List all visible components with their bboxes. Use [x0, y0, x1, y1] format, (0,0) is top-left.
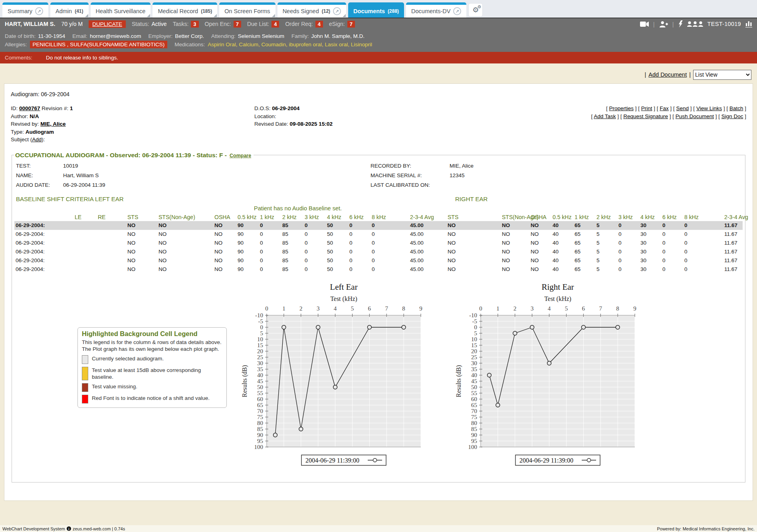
popup-window-icon[interactable]: ↗ [333, 7, 341, 15]
info-label: Employer: [148, 33, 172, 39]
data-cell: 0 [348, 265, 371, 274]
legend-item: Currently selected audiogram. [82, 355, 222, 364]
add-task-link[interactable]: Add Task [594, 113, 616, 119]
flowsheet-chart-icon[interactable] [745, 21, 752, 28]
info-icon[interactable]: i [67, 526, 71, 531]
count-badge[interactable]: 7 [347, 21, 355, 28]
document-id-link[interactable]: 0000767 [19, 105, 40, 111]
tab-documents[interactable]: Documents(288) [348, 2, 404, 18]
cell-legend-title: Highlighted Background Cell Legend [82, 330, 222, 338]
duplicate-badge[interactable]: DUPLICATE [89, 20, 126, 28]
tab-summary[interactable]: Summary↗ [2, 2, 48, 18]
patient-group-icon[interactable] [687, 21, 703, 27]
data-cell: NO [126, 256, 157, 265]
data-cell: 0 [303, 239, 326, 247]
popup-window-icon[interactable]: ↗ [35, 7, 43, 15]
count-badge[interactable]: 4 [315, 21, 323, 28]
svg-text:30: 30 [257, 360, 263, 366]
data-cell: NO [529, 230, 551, 239]
footer: WebChart Development System i zeus.med-w… [0, 525, 757, 532]
tab-label: Health Surveillance [96, 8, 146, 14]
row-date-cell: 06-29-2004: [14, 247, 73, 256]
send-link[interactable]: Send [676, 105, 689, 111]
data-cell: 0 [348, 221, 371, 230]
footer-system-name: WebChart Development System [2, 526, 65, 531]
data-cell: NO [529, 221, 551, 230]
data-cell: 0 [303, 230, 326, 239]
tab-needs-signed[interactable]: Needs Signed(12)↗ [277, 2, 346, 18]
row-date-cell: 06-29-2004: [14, 221, 73, 230]
data-cell: 0 [303, 265, 326, 274]
data-cell: 85 [281, 265, 303, 274]
info-label: Date of birth: [5, 33, 36, 39]
data-cell: NO [501, 247, 529, 256]
svg-text:5: 5 [474, 330, 478, 336]
data-cell: 30 [639, 265, 661, 274]
tab-documents-dv[interactable]: Documents-DV↗ [406, 2, 466, 18]
svg-text:2: 2 [299, 305, 303, 312]
tab-health-surveillance[interactable]: Health Surveillance [91, 2, 151, 18]
data-cell: 0 [259, 221, 281, 230]
tab-on-screen-forms[interactable]: On Screen Forms [219, 2, 275, 18]
audiogram-info-grid: TEST:10019RECORDED BY:MIE, AliceNAME:Har… [14, 160, 743, 190]
table-row: 06-29-2004:NONONO900850500045.00NONONO40… [14, 230, 743, 239]
column-header: OSHA [529, 213, 551, 221]
patient-field-tasks: Tasks:3 [173, 21, 199, 28]
revised-by-link[interactable]: MIE, Alice [40, 121, 65, 127]
count-badge[interactable]: 4 [271, 21, 279, 28]
medications-list: Aspirin Oral, Calcium, Coumadin, ibuprof… [208, 42, 372, 47]
data-cell [97, 239, 126, 247]
field-label: Order Req: [285, 21, 313, 27]
legend-item-text: Currently selected audiogram. [92, 355, 164, 364]
svg-text:-10: -10 [469, 312, 477, 318]
video-camera-icon[interactable] [640, 21, 649, 27]
print-link[interactable]: Print [641, 105, 652, 111]
data-cell: NO [213, 247, 236, 256]
audio-info-value: MIE, Alice [450, 161, 743, 171]
settings-tab[interactable]: ⚙⚙ [468, 3, 483, 17]
data-cell: 0 [661, 256, 683, 265]
data-cell: 0 [661, 247, 683, 256]
left-ear-heading: BASELINE SHIFT CRITERIA LEFT EAR [16, 196, 124, 202]
data-cell: 0 [348, 256, 371, 265]
data-cell: NO [501, 256, 529, 265]
fax-link[interactable]: Fax [660, 105, 669, 111]
data-cell: 65 [573, 247, 595, 256]
svg-text:95: 95 [471, 438, 477, 444]
svg-text:70: 70 [257, 408, 263, 414]
audio-info-value: 12345 [450, 171, 743, 180]
subject-add-link[interactable]: Add [32, 136, 42, 142]
legend-item-text: Test value at least 15dB above correspon… [92, 367, 222, 380]
svg-text:9: 9 [419, 305, 422, 312]
data-cell: 85 [281, 256, 303, 265]
tab-medical-record[interactable]: Medical Record(185) [153, 2, 217, 18]
sign-doc-link[interactable]: Sign Doc [721, 113, 743, 119]
view-mode-select[interactable]: List View [693, 70, 751, 80]
data-cell: NO [213, 230, 236, 239]
add-document-link[interactable]: Add Document [648, 71, 687, 78]
patient-info-band: Date of birth:11-30-1954Email:horner@mie… [0, 30, 757, 52]
svg-text:-5: -5 [472, 318, 478, 324]
push-document-link[interactable]: Push Document [676, 113, 714, 119]
column-header: 4 kHz [639, 213, 661, 221]
batch-link[interactable]: Batch [729, 105, 743, 111]
count-badge[interactable]: 3 [191, 21, 198, 28]
count-badge[interactable]: 7 [234, 21, 241, 28]
author-value: N/A [30, 113, 39, 119]
svg-text:55: 55 [257, 390, 263, 396]
compare-link[interactable]: Compare [230, 153, 251, 158]
request-signature-link[interactable]: Request Signature [623, 113, 668, 119]
tab-admin[interactable]: Admin(41) [50, 2, 88, 18]
lightning-icon[interactable] [678, 20, 683, 28]
properties-link[interactable]: Properties [609, 105, 634, 111]
svg-text:55: 55 [471, 390, 477, 396]
left-ear-chart: Left EarTest (kHz)0123456789-10-50510152… [241, 280, 429, 477]
popup-window-icon[interactable]: ↗ [453, 7, 461, 15]
view-links-link[interactable]: View Links [696, 105, 722, 111]
svg-text:2004-06-29 11:39:00: 2004-06-29 11:39:00 [519, 457, 573, 464]
info-field-email: Email:horner@mieweb.com [72, 33, 141, 39]
data-cell [73, 256, 97, 265]
svg-text:35: 35 [471, 366, 477, 372]
add-user-icon[interactable] [659, 21, 668, 28]
data-cell: NO [126, 230, 157, 239]
